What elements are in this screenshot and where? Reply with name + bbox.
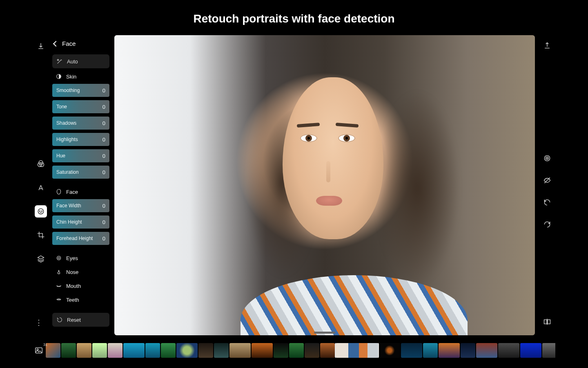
section-nose-label: Nose [66,269,78,275]
section-skin-label: Skin [66,74,76,80]
text-icon [37,184,45,192]
section-teeth-label: Teeth [66,297,79,303]
thumbnail[interactable] [92,343,107,358]
compare-button[interactable] [542,316,552,327]
eye-off-icon [543,176,551,184]
image-canvas[interactable] [114,35,535,335]
thumbnail[interactable] [305,343,319,358]
download-button[interactable] [35,40,47,52]
section-eyes-label: Eyes [66,255,78,261]
section-nose-header[interactable]: Nose [52,265,109,278]
layers-tool-button[interactable] [35,253,47,265]
text-tool-button[interactable] [35,182,47,194]
thumbnail[interactable] [379,343,400,358]
share-icon [543,41,551,49]
slider-value: 0 [102,88,105,94]
svg-point-3 [38,209,43,214]
thumbnail[interactable] [77,343,91,358]
thumbnail[interactable] [108,343,122,358]
thumbnail[interactable] [161,343,176,358]
visibility-off-button[interactable] [542,175,552,186]
thumbnail[interactable] [520,343,541,358]
slider-highlights[interactable]: Highlights0 [52,133,109,146]
left-tool-rail: 1 ⋮ [33,35,49,335]
thumbnail[interactable] [401,343,422,358]
face-sidebar: Face Auto Skin Smoothing0 Tone0 Shadows0… [52,35,109,335]
thumbnail[interactable] [289,343,304,358]
thumbnail-selected[interactable] [336,343,378,358]
chevron-left-icon [53,40,59,46]
slider-value: 0 [102,137,105,143]
redo-button[interactable] [542,219,552,230]
reset-button[interactable]: Reset [52,313,109,327]
svg-rect-12 [544,320,547,324]
section-face-header[interactable]: Face [52,185,109,197]
slider-hue[interactable]: Hue0 [52,149,109,162]
redo-icon [543,220,551,229]
undo-button[interactable] [542,197,552,208]
section-skin-header[interactable]: Skin [52,70,109,82]
library-count: 31 [43,343,47,347]
thumbnail[interactable] [198,343,213,358]
reset-label: Reset [67,317,81,323]
slider-value: 0 [102,153,105,159]
download-icon [37,42,45,50]
slider-value: 0 [102,120,105,126]
slider-chin-height[interactable]: Chin Height0 [52,215,109,229]
thumbnail[interactable] [229,343,251,358]
sidebar-title: Face [62,40,76,47]
sidebar-back-button[interactable]: Face [52,35,109,53]
library-button[interactable]: 31 [33,344,45,357]
thumbnail[interactable] [145,343,160,358]
thumbnail[interactable] [320,343,335,358]
thumbnail[interactable] [123,343,145,358]
slider-smoothing[interactable]: Smoothing0 [52,84,109,97]
thumbnail[interactable] [252,343,273,358]
thumbnail[interactable] [542,343,555,358]
canvas-resize-handle[interactable] [314,332,335,334]
section-mouth-label: Mouth [66,283,81,289]
thumbnail[interactable] [461,343,475,358]
section-eyes-header[interactable]: Eyes [52,251,109,264]
thumbnail[interactable] [214,343,229,358]
share-button[interactable] [542,40,552,51]
slider-saturation[interactable]: Saturation0 [52,166,109,179]
right-tool-rail [539,35,555,335]
more-menu-button[interactable]: ⋮ [34,318,44,327]
face-outline-icon [56,188,62,195]
portrait-image [114,35,535,335]
thumbnail[interactable] [439,343,460,358]
thumbnail[interactable] [61,343,76,358]
thumbnail[interactable] [46,343,60,358]
thumbnail[interactable] [274,343,288,358]
crop-icon [37,231,45,239]
section-mouth-header[interactable]: Mouth [52,279,109,292]
magic-wand-icon [56,58,63,65]
slider-label: Forehead Height [56,236,93,241]
slider-forehead-height[interactable]: Forehead Height0 [52,232,109,245]
slider-label: Tone [56,104,67,110]
slider-value: 0 [102,203,105,209]
crop-tool-button[interactable] [35,229,47,241]
auto-button[interactable]: Auto [52,54,109,68]
slider-shadows[interactable]: Shadows0 [52,117,109,130]
compare-icon [543,318,551,326]
color-tool-button[interactable] [35,158,47,170]
teeth-icon [56,296,62,303]
thumbnail[interactable] [476,343,497,358]
auto-label: Auto [67,58,78,65]
target-button[interactable] [542,153,552,164]
face-tool-button[interactable]: 1 [35,205,47,218]
page-title: Retouch portraits with face detection [0,12,588,25]
svg-point-8 [57,256,60,260]
slider-tone[interactable]: Tone0 [52,100,109,113]
thumbnail[interactable] [423,343,438,358]
slider-face-width[interactable]: Face Width0 [52,199,109,212]
thumbnail[interactable] [498,343,519,358]
slider-label: Hue [56,153,65,159]
section-teeth-header[interactable]: Teeth [52,293,109,305]
thumbnail[interactable] [176,343,198,358]
slider-value: 0 [102,169,105,175]
slider-label: Saturation [56,169,79,175]
thumbnail-strip[interactable] [46,343,555,358]
